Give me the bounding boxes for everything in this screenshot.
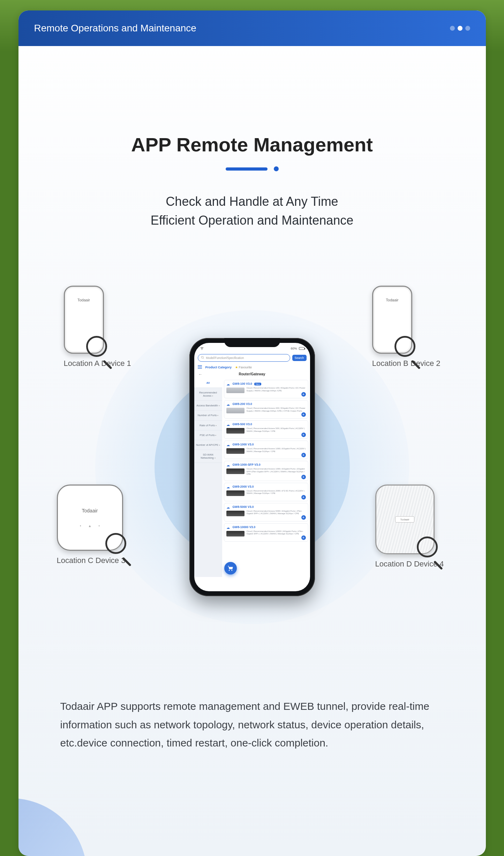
dot-icon — [458, 26, 462, 31]
magnifier-icon — [394, 336, 421, 362]
product-thumb-icon — [226, 388, 245, 393]
svg-rect-2 — [198, 365, 202, 366]
product-item[interactable]: ☁GW8-10000 V3.0Cloud | Recommended Acces… — [224, 523, 308, 542]
add-button[interactable]: + — [301, 535, 306, 540]
product-desc: Cloud | Recommended Access 2000 | 6*2.5G… — [247, 490, 306, 495]
product-desc: Cloud | Recommended Access 500 | 6Gigabi… — [247, 427, 306, 433]
filter-number-of-ports[interactable]: Number of Ports▾ — [194, 411, 222, 420]
filter-recommended-access[interactable]: Recommended Access▾ — [194, 388, 222, 401]
product-item[interactable]: ☁GW8-100 V3.0NewCloud | Recommended Acce… — [224, 380, 308, 398]
add-button[interactable]: + — [301, 433, 306, 437]
add-button[interactable]: + — [301, 453, 306, 457]
dot-icon — [450, 26, 455, 31]
add-button[interactable]: + — [301, 515, 306, 520]
sub-line-1: Check and Handle at Any Time — [18, 192, 486, 211]
phone-mockup: 60% Model/Function/Specification Search — [189, 338, 315, 596]
device-tile-2: Todaair Location B Device 2 — [372, 286, 441, 368]
svg-rect-3 — [198, 367, 202, 367]
device-ap-icon: Todaair — [64, 286, 104, 354]
device-mesh-icon: Todaair — [375, 485, 435, 554]
cloud-icon: ☁ — [226, 505, 230, 509]
category-row: Product Category ★ Favourite — [194, 364, 310, 371]
product-thumb-icon — [226, 531, 245, 536]
product-item[interactable]: ☁GW8-5000 V3.0Cloud | Recommended Access… — [224, 503, 308, 521]
magnifier-icon — [105, 533, 132, 560]
filter-number-apcpe[interactable]: Number of AP/CPE▾ — [194, 440, 222, 450]
magnifier-icon — [86, 336, 113, 362]
dot-icon — [465, 26, 470, 31]
star-icon: ★ — [235, 366, 238, 369]
filter-pse-of-ports[interactable]: PSE of Ports▾ — [194, 430, 222, 440]
product-thumb-icon — [226, 428, 245, 434]
cloud-icon: ☁ — [226, 423, 230, 427]
product-thumb-icon — [226, 511, 245, 516]
product-list[interactable]: ☁GW8-100 V3.0NewCloud | Recommended Acce… — [222, 378, 310, 577]
footer-description: Todaair APP supports remote management a… — [18, 655, 486, 773]
underline-bar — [226, 167, 268, 171]
product-name: GW8-10000 V3.0 — [233, 525, 256, 529]
title-underline — [18, 166, 486, 171]
search-input[interactable]: Model/Function/Specification — [198, 354, 290, 362]
svg-rect-4 — [198, 368, 202, 369]
sub-title: Check and Handle at Any Time Efficient O… — [18, 192, 486, 230]
cloud-icon: ☁ — [226, 403, 230, 406]
battery-percent: 60% — [291, 347, 297, 350]
section-title: ← Router/Gateway — [194, 371, 310, 378]
product-name: GW8-2000 V3.0 — [233, 485, 254, 488]
add-button[interactable]: + — [301, 495, 306, 500]
sub-line-2: Efficient Operation and Maintenance — [18, 211, 486, 230]
product-item[interactable]: ☁GW8-1000 V3.0Cloud | Recommended Access… — [224, 441, 308, 459]
cloud-icon: ☁ — [226, 526, 230, 530]
product-item[interactable]: ☁GW8-500 V3.0Cloud | Recommended Access … — [224, 420, 308, 439]
filter-access-bandwidth[interactable]: Access Bandwidth▾ — [194, 401, 222, 411]
content-area: Todaair Location A Device 1 Todaair Loca… — [18, 279, 486, 655]
add-button[interactable]: + — [301, 412, 306, 417]
device-brand: Todaair — [82, 508, 98, 513]
product-name: GW8-100 V3.0 — [233, 382, 252, 385]
cart-icon — [227, 565, 234, 571]
product-desc: Cloud | Recommended Access 100 | 5Gigabi… — [247, 387, 306, 392]
product-desc: Cloud | Recommended Access 5000 | 6Gigab… — [247, 510, 306, 515]
card-header: Remote Operations and Maintenance — [18, 10, 486, 46]
feature-card: Remote Operations and Maintenance APP Re… — [18, 10, 486, 856]
cloud-icon: ☁ — [226, 382, 230, 386]
product-thumb-icon — [226, 490, 245, 496]
cart-button[interactable] — [224, 562, 237, 575]
favourite-link[interactable]: ★ Favourite — [235, 366, 252, 369]
product-item[interactable]: ☁GW8-1000-SFP V3.0Cloud | Recommended Ac… — [224, 461, 308, 481]
product-category-link[interactable]: Product Category — [205, 366, 232, 369]
battery-icon — [299, 347, 304, 350]
product-desc: Cloud | Recommended Access 10000 | 6Giga… — [247, 530, 306, 535]
pagination-dots — [450, 26, 470, 31]
product-thumb-icon — [226, 448, 245, 454]
device-tile-1: Todaair Location A Device 1 — [64, 286, 131, 368]
underline-dot-icon — [274, 166, 279, 171]
back-icon[interactable]: ← — [198, 372, 203, 377]
device-brand: Todaair — [395, 516, 414, 523]
product-desc: Cloud | Recommended Access 1000 | 6Gigab… — [247, 468, 306, 476]
search-button[interactable]: Search — [292, 355, 307, 361]
magnifier-icon — [417, 536, 443, 563]
main-title: APP Remote Management — [18, 133, 486, 156]
phone-notch-icon — [224, 338, 280, 347]
phone-screen: 60% Model/Function/Specification Search — [194, 343, 310, 591]
filter-all[interactable]: All — [194, 378, 222, 388]
device-square-icon: Todaair •▲• — [57, 485, 123, 551]
product-name: GW8-500 V3.0 — [233, 422, 252, 426]
wifi-icon — [200, 346, 204, 351]
product-item[interactable]: ☁GW8-2000 V3.0Cloud | Recommended Access… — [224, 483, 308, 501]
filter-sidebar: All Recommended Access▾ Access Bandwidth… — [194, 378, 222, 577]
svg-line-1 — [203, 358, 204, 359]
product-name: GW8-200 V3.0 — [233, 402, 252, 406]
new-badge: New — [254, 383, 261, 385]
add-button[interactable]: + — [301, 392, 306, 397]
add-button[interactable]: + — [301, 475, 306, 479]
filter-sdwan[interactable]: SD-WAN Networking▾ — [194, 450, 222, 463]
product-item[interactable]: ☁GW8-200 V3.0Cloud | Recommended Access … — [224, 400, 308, 419]
product-name: GW8-1000-SFP V3.0 — [233, 463, 261, 466]
device-tile-4: Todaair Location D Device 4 — [375, 485, 444, 569]
search-row: Model/Function/Specification Search — [194, 353, 310, 364]
filter-rate-of-ports[interactable]: Rate of Ports▾ — [194, 421, 222, 430]
device-tile-3: Todaair •▲• Location C Device 3 — [57, 485, 126, 565]
menu-icon[interactable] — [198, 365, 202, 369]
